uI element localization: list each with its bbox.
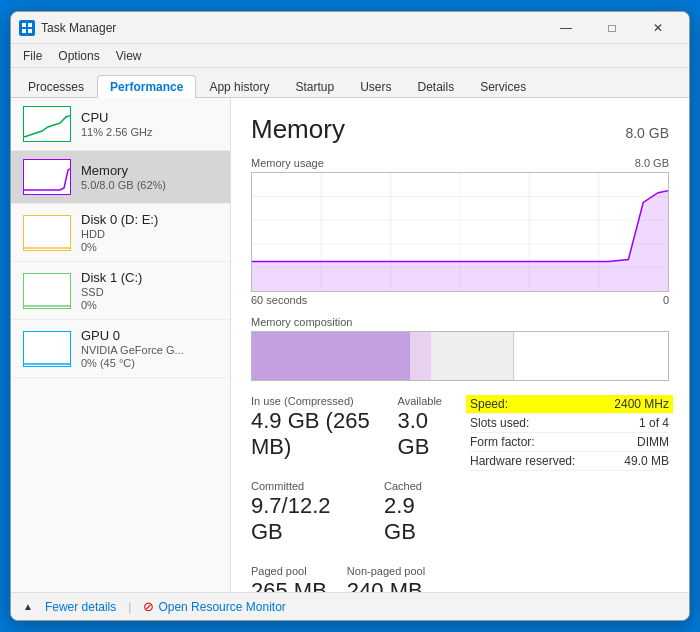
gpu0-sublabel: NVIDIA GeForce G... bbox=[81, 344, 218, 356]
comp-standby bbox=[431, 332, 514, 380]
sidebar: CPU 11% 2.56 GHz Memory 5.0/8.0 GB (62 bbox=[11, 98, 231, 592]
menu-file[interactable]: File bbox=[15, 47, 50, 65]
sidebar-item-disk1[interactable]: Disk 1 (C:) SSD 0% bbox=[11, 262, 230, 320]
menubar: File Options View bbox=[11, 44, 689, 68]
tabs-bar: Processes Performance App history Startu… bbox=[11, 68, 689, 98]
svg-rect-6 bbox=[24, 216, 71, 251]
open-resource-monitor-link[interactable]: ⊘ Open Resource Monitor bbox=[143, 599, 285, 614]
gpu0-info: GPU 0 NVIDIA GeForce G... 0% (45 °C) bbox=[81, 328, 218, 369]
time-labels: 60 seconds 0 bbox=[251, 294, 669, 306]
disk1-thumbnail bbox=[23, 273, 71, 309]
committed-value: 9.7/12.2 GB bbox=[251, 493, 364, 545]
window-title: Task Manager bbox=[41, 21, 543, 35]
disk1-pct: 0% bbox=[81, 299, 218, 311]
chart-label-row: Memory usage 8.0 GB bbox=[251, 157, 669, 169]
tab-services[interactable]: Services bbox=[467, 75, 539, 98]
cpu-label: CPU bbox=[81, 110, 218, 125]
tab-app-history[interactable]: App history bbox=[196, 75, 282, 98]
maximize-button[interactable]: □ bbox=[589, 12, 635, 44]
disk0-sublabel: HDD bbox=[81, 228, 218, 240]
detail-title: Memory bbox=[251, 114, 345, 145]
paged-pool-label: Paged pool bbox=[251, 565, 327, 577]
non-paged-stat: Non-paged pool 240 MB bbox=[347, 565, 425, 592]
svg-rect-1 bbox=[28, 23, 32, 27]
gpu0-thumbnail bbox=[23, 331, 71, 367]
disk0-pct: 0% bbox=[81, 241, 218, 253]
memory-usage-chart bbox=[251, 172, 669, 292]
tab-processes[interactable]: Processes bbox=[15, 75, 97, 98]
non-paged-value: 240 MB bbox=[347, 578, 425, 592]
composition-label: Memory composition bbox=[251, 316, 669, 328]
time-right: 0 bbox=[663, 294, 669, 306]
svg-rect-7 bbox=[24, 274, 71, 309]
cpu-info: CPU 11% 2.56 GHz bbox=[81, 110, 218, 138]
svg-rect-8 bbox=[24, 332, 71, 367]
form-label: Form factor: bbox=[470, 435, 535, 449]
disk1-info: Disk 1 (C:) SSD 0% bbox=[81, 270, 218, 311]
speed-label: Speed: bbox=[470, 397, 508, 411]
form-value: DIMM bbox=[637, 435, 669, 449]
disk1-sublabel: SSD bbox=[81, 286, 218, 298]
tab-details[interactable]: Details bbox=[404, 75, 467, 98]
committed-label: Committed bbox=[251, 480, 364, 492]
sidebar-item-cpu[interactable]: CPU 11% 2.56 GHz bbox=[11, 98, 230, 151]
memory-label: Memory bbox=[81, 163, 218, 178]
stats-left: In use (Compressed) 4.9 GB (265 MB) Avai… bbox=[251, 395, 450, 592]
detail-header: Memory 8.0 GB bbox=[251, 114, 669, 145]
disk0-thumbnail bbox=[23, 215, 71, 251]
footer-bar: ▲ Fewer details | ⊘ Open Resource Monito… bbox=[11, 592, 689, 620]
hw-reserved-value: 49.0 MB bbox=[624, 454, 669, 468]
sidebar-item-gpu0[interactable]: GPU 0 NVIDIA GeForce G... 0% (45 °C) bbox=[11, 320, 230, 378]
gpu0-label: GPU 0 bbox=[81, 328, 218, 343]
stats-section: In use (Compressed) 4.9 GB (265 MB) Avai… bbox=[251, 395, 669, 592]
stats-right: Speed: 2400 MHz Slots used: 1 of 4 Form … bbox=[470, 395, 669, 592]
memory-usage-section: Memory usage 8.0 GB bbox=[251, 157, 669, 306]
menu-view[interactable]: View bbox=[108, 47, 150, 65]
sidebar-item-memory[interactable]: Memory 5.0/8.0 GB (62%) bbox=[11, 151, 230, 204]
form-row: Form factor: DIMM bbox=[470, 433, 669, 452]
svg-rect-0 bbox=[22, 23, 26, 27]
minimize-button[interactable]: — bbox=[543, 12, 589, 44]
close-button[interactable]: ✕ bbox=[635, 12, 681, 44]
tab-startup[interactable]: Startup bbox=[282, 75, 347, 98]
tab-users[interactable]: Users bbox=[347, 75, 404, 98]
sidebar-item-disk0[interactable]: Disk 0 (D: E:) HDD 0% bbox=[11, 204, 230, 262]
chart-y-max: 8.0 GB bbox=[635, 157, 669, 169]
svg-rect-3 bbox=[28, 29, 32, 33]
slots-row: Slots used: 1 of 4 bbox=[470, 414, 669, 433]
task-manager-window: Task Manager — □ ✕ File Options View Pro… bbox=[10, 11, 690, 621]
hw-reserved-row: Hardware reserved: 49.0 MB bbox=[470, 452, 669, 471]
cached-stat: Cached 2.9 GB bbox=[384, 480, 450, 545]
slots-value: 1 of 4 bbox=[639, 416, 669, 430]
cached-value: 2.9 GB bbox=[384, 493, 450, 545]
memory-info: Memory 5.0/8.0 GB (62%) bbox=[81, 163, 218, 191]
titlebar: Task Manager — □ ✕ bbox=[11, 12, 689, 44]
detail-total: 8.0 GB bbox=[625, 125, 669, 141]
menu-options[interactable]: Options bbox=[50, 47, 107, 65]
disk0-info: Disk 0 (D: E:) HDD 0% bbox=[81, 212, 218, 253]
chevron-down-icon: ▲ bbox=[23, 601, 33, 612]
comp-in-use bbox=[252, 332, 410, 380]
in-use-label: In use (Compressed) bbox=[251, 395, 378, 407]
non-paged-label: Non-paged pool bbox=[347, 565, 425, 577]
in-use-value: 4.9 GB (265 MB) bbox=[251, 408, 378, 460]
fewer-details-link[interactable]: Fewer details bbox=[45, 600, 116, 614]
in-use-stat: In use (Compressed) 4.9 GB (265 MB) bbox=[251, 395, 378, 460]
cpu-sublabel: 11% 2.56 GHz bbox=[81, 126, 218, 138]
tab-performance[interactable]: Performance bbox=[97, 75, 196, 98]
app-icon bbox=[19, 20, 35, 36]
comp-free bbox=[514, 332, 668, 380]
speed-row: Speed: 2400 MHz bbox=[466, 395, 673, 414]
detail-panel: Memory 8.0 GB Memory usage 8.0 GB bbox=[231, 98, 689, 592]
cpu-thumbnail bbox=[23, 106, 71, 142]
comp-modified bbox=[410, 332, 431, 380]
available-value: 3.0 GB bbox=[398, 408, 450, 460]
window-controls: — □ ✕ bbox=[543, 12, 681, 44]
memory-thumbnail bbox=[23, 159, 71, 195]
memory-sublabel: 5.0/8.0 GB (62%) bbox=[81, 179, 218, 191]
available-label: Available bbox=[398, 395, 450, 407]
svg-rect-2 bbox=[22, 29, 26, 33]
slots-label: Slots used: bbox=[470, 416, 529, 430]
disk1-label: Disk 1 (C:) bbox=[81, 270, 218, 285]
time-left: 60 seconds bbox=[251, 294, 307, 306]
